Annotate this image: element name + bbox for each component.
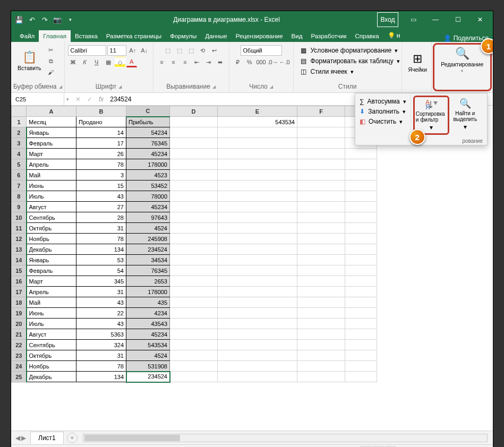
cell[interactable]: 345 xyxy=(76,276,126,287)
row-header[interactable]: 24 xyxy=(12,361,27,372)
cell[interactable]: Прибыль xyxy=(126,117,170,127)
formula-input[interactable]: 234524 xyxy=(110,96,131,103)
wrap-text-icon[interactable]: ↩ xyxy=(209,45,220,56)
cell[interactable] xyxy=(297,350,345,361)
align-right-icon[interactable]: ≡ xyxy=(180,57,191,67)
cell[interactable]: Август xyxy=(27,329,76,340)
cell[interactable] xyxy=(297,361,345,372)
row-header[interactable]: 14 xyxy=(12,255,27,265)
cell[interactable] xyxy=(345,329,377,340)
cell[interactable] xyxy=(170,212,218,223)
cell[interactable] xyxy=(218,276,297,287)
tell-me[interactable]: 💡 н xyxy=(383,29,405,42)
cell[interactable] xyxy=(170,372,218,382)
cell[interactable]: 22 xyxy=(76,308,126,319)
cell[interactable]: 531908 xyxy=(126,361,170,372)
cells-button[interactable]: ⊞ Ячейки xyxy=(405,44,430,81)
cell[interactable] xyxy=(297,372,345,382)
cell[interactable]: 26 xyxy=(76,149,126,159)
decimal-dec-icon[interactable]: ←.0 xyxy=(279,57,290,67)
cell[interactable]: 134 xyxy=(76,244,126,255)
cell[interactable]: 134 xyxy=(76,372,126,382)
cell[interactable] xyxy=(170,308,218,319)
cell[interactable]: 78 xyxy=(76,159,126,170)
cell[interactable] xyxy=(218,297,297,308)
row-header[interactable]: 21 xyxy=(12,329,27,340)
cell[interactable] xyxy=(170,202,218,212)
tab-insert[interactable]: Вставка xyxy=(71,30,102,42)
cell[interactable] xyxy=(345,244,377,255)
cell[interactable]: 234524 xyxy=(126,244,170,255)
align-middle-icon[interactable]: ⬚ xyxy=(174,45,185,56)
col-header[interactable]: D xyxy=(170,106,218,117)
cell[interactable]: Август xyxy=(27,202,76,212)
undo-icon[interactable]: ↶ xyxy=(26,14,38,25)
cell[interactable]: Декабрь xyxy=(27,372,76,382)
cell[interactable]: 53452 xyxy=(126,180,170,191)
cell[interactable] xyxy=(297,234,345,244)
cell[interactable] xyxy=(218,329,297,340)
cell[interactable] xyxy=(218,265,297,276)
align-left-icon[interactable]: ≡ xyxy=(157,57,167,67)
cell[interactable] xyxy=(218,170,297,180)
cell[interactable]: Октябрь xyxy=(27,223,76,234)
cell[interactable] xyxy=(170,329,218,340)
row-header[interactable]: 15 xyxy=(12,265,27,276)
cell[interactable] xyxy=(345,350,377,361)
col-header[interactable]: A xyxy=(27,106,76,117)
bold-button[interactable]: Ж xyxy=(68,57,79,67)
cell[interactable] xyxy=(170,361,218,372)
tab-review[interactable]: Рецензирование xyxy=(232,30,287,42)
cut-icon[interactable]: ✂ xyxy=(46,45,56,55)
cell[interactable] xyxy=(345,265,377,276)
cell[interactable]: Июль xyxy=(27,319,76,329)
tab-formulas[interactable]: Формулы xyxy=(166,30,201,42)
fill-button[interactable]: ⬇Заполнить ▾ xyxy=(357,107,408,116)
cell[interactable] xyxy=(345,276,377,287)
cell[interactable] xyxy=(218,212,297,223)
cell[interactable]: Май xyxy=(27,297,76,308)
copy-icon[interactable]: ⧉ xyxy=(46,56,56,66)
merge-icon[interactable]: ⬌ xyxy=(215,57,226,67)
cell[interactable] xyxy=(218,159,297,170)
cell[interactable] xyxy=(218,202,297,212)
row-header[interactable]: 10 xyxy=(12,212,27,223)
row-header[interactable]: 1 xyxy=(12,117,27,127)
cell[interactable]: Декабрь xyxy=(27,244,76,255)
sheet-nav-prev-icon[interactable]: ◀ xyxy=(15,434,20,442)
cell[interactable] xyxy=(170,180,218,191)
cell[interactable]: Январь xyxy=(27,127,76,138)
cell[interactable]: 43543 xyxy=(126,319,170,329)
cell[interactable]: Июль xyxy=(27,191,76,202)
row-header[interactable]: 11 xyxy=(12,223,27,234)
cell[interactable] xyxy=(297,340,345,350)
row-header[interactable]: 9 xyxy=(12,202,27,212)
cell[interactable]: 27 xyxy=(76,202,126,212)
cell[interactable]: 31 xyxy=(76,350,126,361)
indent-inc-icon[interactable]: ⇥ xyxy=(203,57,214,67)
cell[interactable]: 4524 xyxy=(126,350,170,361)
new-sheet-button[interactable]: + xyxy=(67,433,78,443)
cell[interactable] xyxy=(345,149,377,159)
cell[interactable] xyxy=(170,244,218,255)
cell[interactable]: 45234 xyxy=(126,149,170,159)
row-header[interactable]: 5 xyxy=(12,159,27,170)
row-header[interactable]: 18 xyxy=(12,297,27,308)
conditional-formatting-button[interactable]: ▦Условное форматирование ▾ xyxy=(297,45,402,56)
cell[interactable]: Февраль xyxy=(27,265,76,276)
cell[interactable] xyxy=(345,340,377,350)
dialog-launcher-icon[interactable]: ◢ xyxy=(270,84,273,89)
cell[interactable]: 4524 xyxy=(126,223,170,234)
cell[interactable] xyxy=(297,117,345,127)
cell[interactable] xyxy=(297,170,345,180)
sort-filter-button[interactable]: АЯ Сортировка и фильтр ▾ 2 xyxy=(413,96,449,135)
cell[interactable]: 78000 xyxy=(126,191,170,202)
fx-icon[interactable]: fx xyxy=(99,96,104,103)
cell[interactable] xyxy=(297,329,345,340)
cell[interactable] xyxy=(170,340,218,350)
cell[interactable] xyxy=(170,149,218,159)
cell[interactable] xyxy=(297,223,345,234)
align-top-icon[interactable]: ⬚ xyxy=(163,45,173,56)
cell[interactable] xyxy=(218,244,297,255)
row-header[interactable]: 6 xyxy=(12,170,27,180)
